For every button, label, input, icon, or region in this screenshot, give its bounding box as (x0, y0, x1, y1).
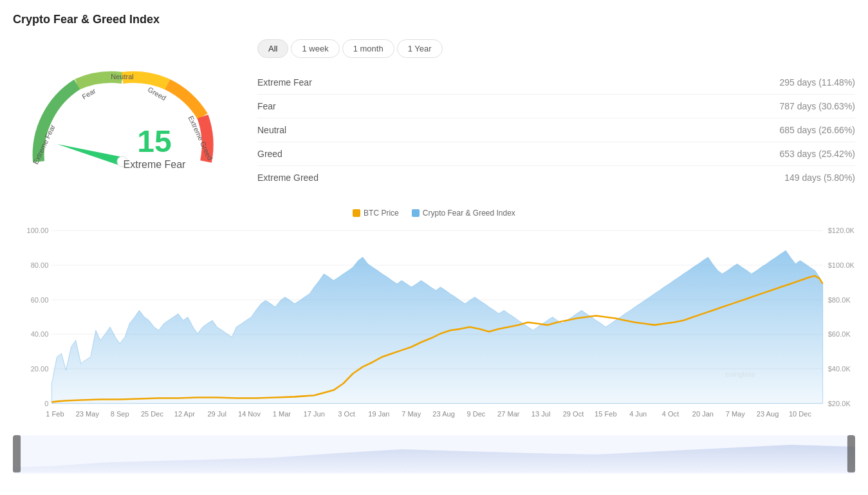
x-label-6: 29 Jul (207, 410, 226, 418)
y-axis-right-40k: $40.0K (828, 365, 851, 373)
x-label-22: 7 May (726, 410, 746, 418)
time-filter-btn-1-year[interactable]: 1 Year (397, 39, 443, 58)
x-label-10: 3 Oct (338, 410, 355, 418)
btc-legend-label: BTC Price (364, 209, 399, 218)
x-label-11: 19 Jan (368, 410, 389, 418)
x-label-20: 4 Oct (662, 410, 679, 418)
stats-label: Fear (257, 101, 276, 111)
x-label-23: 23 Aug (757, 410, 779, 418)
time-filter-btn-1-month[interactable]: 1 month (342, 39, 394, 58)
stats-value: 149 days (5.80%) (784, 173, 855, 183)
stats-panel: All1 week1 month1 Year Extreme Fear 295 … (257, 39, 855, 189)
x-label-17: 29 Oct (563, 410, 584, 418)
stats-row: Fear 787 days (30.63%) (257, 95, 855, 118)
x-label-12: 7 May (402, 410, 421, 418)
x-label-19: 4 Jun (629, 410, 647, 418)
range-handle-left[interactable] (13, 435, 21, 472)
y-axis-right-60k: $60.0K (828, 330, 851, 338)
index-legend-label: Crypto Fear & Greed Index (423, 209, 515, 218)
x-label-3: 8 Sep (111, 410, 129, 418)
svg-marker-0 (56, 140, 124, 166)
gauge-container: Extreme Fear Fear Neutral Greed Extreme … (13, 39, 232, 181)
range-selector[interactable] (13, 435, 855, 474)
x-label-14: 9 Dec (466, 410, 485, 418)
index-area (51, 250, 822, 403)
y-axis-left-0: 0 (44, 400, 48, 407)
x-label-2: 23 May (76, 410, 100, 418)
btc-legend-item: BTC Price (353, 209, 399, 218)
x-label-16: 13 Jul (531, 410, 551, 418)
neutral-zone-label: Neutral (111, 73, 133, 80)
time-filter-btn-1-week[interactable]: 1 week (291, 39, 339, 58)
stats-row: Greed 653 days (25.42%) (257, 142, 855, 166)
fear-zone-label: Fear (80, 87, 97, 101)
y-axis-left-60: 60.00 (31, 296, 49, 304)
y-axis-right-120k: $120.0K (828, 227, 855, 234)
x-label-4: 25 Dec (141, 410, 163, 418)
range-handle-right[interactable] (847, 435, 855, 472)
x-label-13: 23 Aug (432, 410, 454, 418)
x-label-15: 27 Mar (497, 410, 520, 418)
stats-table: Extreme Fear 295 days (11.48%) Fear 787 … (257, 71, 855, 189)
x-label-18: 15 Feb (595, 410, 616, 418)
y-axis-right-20k: $20.0K (828, 400, 851, 407)
top-section: Extreme Fear Fear Neutral Greed Extreme … (13, 39, 855, 189)
stats-row: Extreme Greed 149 days (5.80%) (257, 166, 855, 189)
y-axis-right-100k: $100.0K (828, 261, 855, 269)
y-axis-left-40: 40.00 (31, 330, 49, 338)
stats-label: Neutral (257, 125, 286, 135)
x-label-5: 12 Apr (174, 410, 195, 418)
x-label-9: 17 Jun (304, 410, 325, 418)
time-filters: All1 week1 month1 Year (257, 39, 855, 58)
stats-value: 787 days (30.63%) (779, 101, 855, 111)
x-label-21: 20 Jan (692, 410, 714, 418)
stats-label: Extreme Greed (257, 173, 319, 183)
gauge-needle (56, 140, 127, 167)
x-label-24: 10 Dec (789, 410, 811, 418)
stats-row: Extreme Fear 295 days (11.48%) (257, 71, 855, 95)
stats-value: 295 days (11.48%) (779, 77, 855, 88)
y-axis-left-100: 100.00 (27, 227, 49, 234)
stats-row: Neutral 685 days (26.66%) (257, 118, 855, 142)
x-label-7: 14 Nov (238, 410, 261, 418)
watermark: coinglass (726, 370, 756, 378)
time-filter-btn-all[interactable]: All (257, 39, 288, 58)
x-label-8: 1 Mar (273, 410, 291, 418)
y-axis-right-80k: $80.0K (828, 296, 851, 304)
stats-value: 685 days (26.66%) (779, 125, 855, 135)
y-axis-left-20: 20.00 (31, 365, 49, 373)
index-legend-dot (412, 209, 420, 217)
btc-legend-dot (353, 209, 360, 217)
stats-label: Extreme Fear (257, 77, 312, 88)
stats-value: 653 days (25.42%) (779, 149, 855, 159)
y-axis-left-80: 80.00 (31, 261, 49, 269)
stats-label: Greed (257, 149, 282, 159)
index-legend-item: Crypto Fear & Greed Index (412, 209, 515, 218)
gauge-value: 15 (137, 124, 171, 158)
x-label-1: 1 Feb (46, 410, 64, 418)
gauge-label: Extreme Fear (124, 159, 187, 170)
page-title: Crypto Fear & Greed Index (13, 13, 855, 26)
chart-section: BTC Price Crypto Fear & Greed Index 100.… (13, 209, 855, 474)
chart-wrapper: 100.00 80.00 60.00 40.00 20.00 0 $120.0K… (13, 224, 855, 430)
chart-legend: BTC Price Crypto Fear & Greed Index (13, 209, 855, 218)
